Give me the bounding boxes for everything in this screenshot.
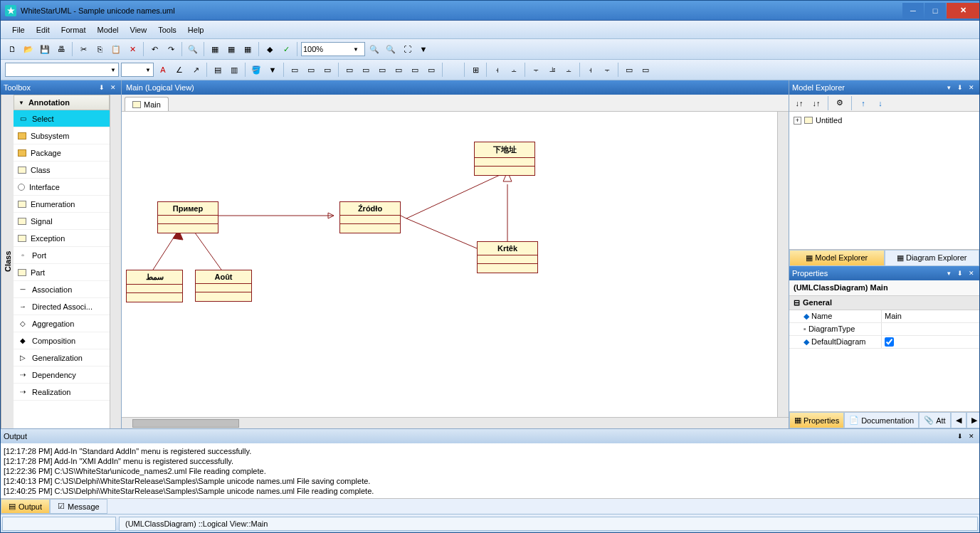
tree-expand-icon[interactable]: +: [794, 117, 801, 125]
me-up-icon[interactable]: ↑: [856, 96, 870, 110]
tab-scroll-left[interactable]: ◀: [951, 412, 966, 428]
model-explorer-tree[interactable]: + Untitled: [789, 112, 979, 249]
me-opt-icon[interactable]: ▾: [944, 83, 954, 93]
fill-icon[interactable]: 🪣: [249, 63, 263, 77]
toolbox-item-signal[interactable]: Signal: [14, 213, 110, 230]
copy-icon[interactable]: ⎘: [93, 42, 107, 56]
out-pin-icon[interactable]: ⬇: [955, 431, 965, 441]
layout1-icon[interactable]: ▭: [288, 63, 302, 77]
size1-icon[interactable]: ▭: [622, 63, 636, 77]
props-group-general[interactable]: ⊟General: [789, 296, 979, 310]
menu-edit[interactable]: Edit: [31, 23, 56, 36]
delete-icon[interactable]: ✕: [125, 42, 139, 56]
open-icon[interactable]: 📂: [21, 42, 36, 56]
fill-dd-icon[interactable]: ▼: [265, 63, 280, 77]
dist-v-icon[interactable]: ⫟: [600, 63, 614, 77]
save-icon[interactable]: 💾: [38, 42, 52, 56]
align2-icon[interactable]: ▥: [227, 63, 241, 77]
uml-class-Krtêk[interactable]: Krtêk: [477, 241, 538, 273]
zoom-in-icon[interactable]: 🔍: [384, 42, 398, 56]
layout3-icon[interactable]: ▭: [320, 63, 334, 77]
toolbox-item-aggregation[interactable]: ◇Aggregation: [14, 315, 110, 332]
close-panel-icon[interactable]: ✕: [108, 83, 118, 93]
toolbox-item-realization[interactable]: ⇢Realization: [14, 384, 110, 401]
tab-att[interactable]: 📎 Att: [919, 412, 950, 428]
cut-icon[interactable]: ✂: [76, 42, 90, 56]
toolbox-item-part[interactable]: Part: [14, 264, 110, 281]
tab-scroll-right[interactable]: ▶: [966, 412, 979, 428]
toolbox-scrollbar[interactable]: [110, 95, 121, 428]
menu-file[interactable]: File: [6, 23, 31, 36]
group1-icon[interactable]: ▭: [342, 63, 357, 77]
al-top-icon[interactable]: ⫟: [529, 63, 543, 77]
font-combo[interactable]: ▼: [5, 63, 119, 77]
default-diagram-checkbox[interactable]: [885, 337, 894, 347]
tab-model-explorer[interactable]: ▦ Model Explorer: [789, 250, 885, 266]
new-icon[interactable]: 🗋: [5, 42, 19, 56]
toolbox-item-association[interactable]: ─Association: [14, 281, 110, 298]
diag1-icon[interactable]: ⊞: [468, 63, 483, 77]
pr-opt-icon[interactable]: ▾: [944, 268, 954, 278]
align1-icon[interactable]: ▤: [211, 63, 225, 77]
zoom-fit-icon[interactable]: ⛶: [400, 42, 414, 56]
me-close-icon[interactable]: ✕: [966, 83, 976, 93]
uml-class-Août[interactable]: Août: [195, 270, 252, 302]
toolbox-item-composition[interactable]: ◆Composition: [14, 332, 110, 349]
tab-documentation[interactable]: 📄 Documentation: [844, 412, 919, 428]
zoom-opt-icon[interactable]: ▼: [416, 42, 431, 56]
me-sort2-icon[interactable]: ↓↑: [809, 96, 823, 110]
output-body[interactable]: [12:17:28 PM] Add-In "Standard AddIn" me…: [1, 443, 979, 498]
tree-item-untitled[interactable]: + Untitled: [792, 115, 976, 126]
al-right-icon[interactable]: ⫠: [507, 63, 521, 77]
tool2-icon[interactable]: ▦: [224, 42, 238, 56]
zoom-input[interactable]: [303, 45, 353, 53]
dist-h-icon[interactable]: ⫞: [584, 63, 598, 77]
pin-icon[interactable]: ⬇: [97, 83, 107, 93]
canvas-tab-main[interactable]: Main: [125, 97, 169, 111]
menu-format[interactable]: Format: [56, 23, 92, 36]
tab-output[interactable]: ▤ Output: [1, 499, 50, 514]
close-button[interactable]: ✕: [947, 3, 979, 19]
toolbox-item-generalization[interactable]: ▷Generalization: [14, 349, 110, 366]
toolbox-item-subsystem[interactable]: Subsystem: [14, 127, 110, 144]
font-style-icon[interactable]: ∠: [172, 63, 186, 77]
uml-class-Пример[interactable]: Пример: [157, 201, 218, 233]
me-pin-icon[interactable]: ⬇: [955, 83, 965, 93]
out-close-icon[interactable]: ✕: [966, 431, 976, 441]
me-down-icon[interactable]: ↓: [873, 96, 887, 110]
props-row-diagramtype[interactable]: ▪DiagramType: [789, 323, 979, 336]
group6-icon[interactable]: ▭: [424, 63, 438, 77]
menu-tools[interactable]: Tools: [152, 23, 182, 36]
zoom-out-icon[interactable]: 🔍: [367, 42, 381, 56]
toolbox-item-dependency[interactable]: ⇢Dependency: [14, 366, 110, 384]
maximize-button[interactable]: □: [924, 3, 946, 19]
pr-close-icon[interactable]: ✕: [966, 268, 976, 278]
tab-properties[interactable]: ▦ Properties: [789, 412, 844, 428]
zoom-combo[interactable]: ▼: [301, 42, 365, 56]
props-row-name[interactable]: ◆Name Main: [789, 310, 979, 323]
toolbox-item-port[interactable]: ▫Port: [14, 247, 110, 264]
tool4-icon[interactable]: ◆: [263, 42, 277, 56]
minimize-button[interactable]: ─: [902, 3, 924, 19]
diagram-canvas[interactable]: 下地址ПримерŹródłoKrtêkسمطAoût: [122, 112, 777, 417]
menu-model[interactable]: Model: [92, 23, 125, 36]
toolbox-vtab-class[interactable]: Class: [1, 95, 14, 428]
font-tool-icon[interactable]: ↗: [189, 63, 203, 77]
size-combo[interactable]: ▼: [121, 63, 154, 77]
find-icon[interactable]: 🔍: [186, 42, 200, 56]
props-row-defaultdiagram[interactable]: ◆DefaultDiagram: [789, 336, 979, 349]
tool5-icon[interactable]: ✓: [279, 42, 293, 56]
group3-icon[interactable]: ▭: [375, 63, 389, 77]
paste-icon[interactable]: 📋: [109, 42, 123, 56]
uml-class-سمط[interactable]: سمط: [126, 270, 183, 302]
group4-icon[interactable]: ▭: [391, 63, 406, 77]
toolbox-item-exception[interactable]: Exception: [14, 230, 110, 247]
size2-icon[interactable]: ▭: [638, 63, 653, 77]
tool1-icon[interactable]: ▦: [208, 42, 222, 56]
me-filter-icon[interactable]: ⚙: [833, 96, 847, 110]
menu-help[interactable]: Help: [182, 23, 210, 36]
canvas-vscroll[interactable]: [777, 112, 789, 417]
tool3-icon[interactable]: ▦: [241, 42, 255, 56]
canvas-hscroll[interactable]: [122, 417, 789, 428]
print-icon[interactable]: 🖶: [54, 42, 68, 56]
